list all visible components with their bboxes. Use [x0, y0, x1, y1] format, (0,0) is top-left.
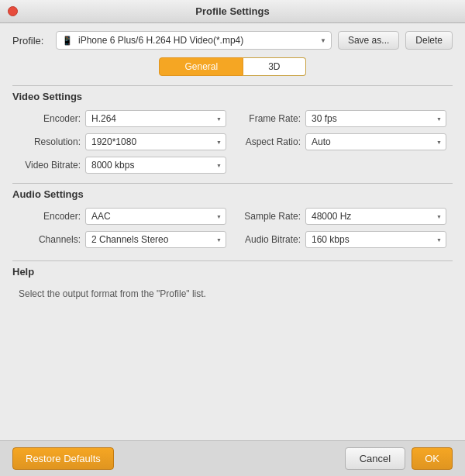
audiobitrate-select[interactable]: 160 kbps 128 kbps 320 kbps	[305, 231, 446, 248]
help-divider	[12, 260, 453, 261]
profile-label: Profile:	[12, 35, 50, 47]
framerate-label: Frame Rate:	[239, 113, 301, 124]
close-button[interactable]	[8, 6, 18, 16]
encoder-select[interactable]: H.264 H.265 MPEG-4	[85, 110, 226, 127]
samplerate-label: Sample Rate:	[239, 211, 301, 222]
footer: Restore Defaults Cancel OK	[0, 440, 465, 476]
audiobitrate-label: Audio Bitrate:	[239, 234, 301, 245]
channels-select[interactable]: 2 Channels Stereo 1 Channel Mono	[85, 231, 226, 248]
channels-label: Channels:	[19, 234, 81, 245]
resolution-select-wrap: 1920*1080 1280*720 640*480	[85, 133, 226, 150]
help-text: Select the output format from the "Profi…	[12, 285, 453, 302]
video-settings-title: Video Settings	[12, 91, 453, 102]
tab-3d[interactable]: 3D	[243, 57, 305, 76]
profile-select-wrapper: 📱 iPhone 6 Plus/6 H.264 HD Video(*.mp4) …	[56, 31, 332, 50]
encoder-field-row: Encoder: H.264 H.265 MPEG-4	[19, 110, 226, 127]
delete-button[interactable]: Delete	[405, 31, 453, 50]
samplerate-select-wrap: 48000 Hz 44100 Hz 22050 Hz	[305, 208, 446, 225]
restore-defaults-button[interactable]: Restore Defaults	[12, 447, 114, 470]
profile-select[interactable]: iPhone 6 Plus/6 H.264 HD Video(*.mp4)	[56, 31, 332, 50]
videobitrate-select-wrap: 8000 kbps 4000 kbps 2000 kbps	[85, 157, 226, 174]
resolution-label: Resolution:	[19, 136, 81, 147]
help-title: Help	[12, 266, 453, 278]
videobitrate-field-row: Video Bitrate: 8000 kbps 4000 kbps 2000 …	[19, 157, 226, 174]
framerate-select[interactable]: 30 fps 24 fps 25 fps 60 fps	[305, 110, 446, 127]
encoder-select-wrap: H.264 H.265 MPEG-4	[85, 110, 226, 127]
save-as-button[interactable]: Save as...	[338, 31, 399, 50]
audio-encoder-select-wrap: AAC MP3 AC3	[85, 208, 226, 225]
footer-right: Cancel OK	[345, 447, 453, 470]
videobitrate-label: Video Bitrate:	[19, 160, 81, 171]
framerate-field-row: Frame Rate: 30 fps 24 fps 25 fps 60 fps	[239, 110, 446, 127]
audiobitrate-select-wrap: 160 kbps 128 kbps 320 kbps	[305, 231, 446, 248]
ok-button[interactable]: OK	[412, 447, 453, 470]
audiobitrate-field-row: Audio Bitrate: 160 kbps 128 kbps 320 kbp…	[239, 231, 446, 248]
audio-settings-title: Audio Settings	[12, 188, 453, 200]
videobitrate-select[interactable]: 8000 kbps 4000 kbps 2000 kbps	[85, 157, 226, 174]
video-settings-grid: Encoder: H.264 H.265 MPEG-4 Frame Rate: …	[12, 110, 453, 174]
resolution-field-row: Resolution: 1920*1080 1280*720 640*480	[19, 133, 226, 150]
tabs-row: General 3D	[12, 57, 453, 76]
encoder-label: Encoder:	[19, 113, 81, 124]
samplerate-field-row: Sample Rate: 48000 Hz 44100 Hz 22050 Hz	[239, 208, 446, 225]
tab-general[interactable]: General	[159, 57, 243, 76]
aspectratio-field-row: Aspect Ratio: Auto 16:9 4:3	[239, 133, 446, 150]
window-title: Profile Settings	[195, 5, 269, 17]
channels-select-wrap: 2 Channels Stereo 1 Channel Mono	[85, 231, 226, 248]
aspectratio-select-wrap: Auto 16:9 4:3	[305, 133, 446, 150]
video-divider	[12, 85, 453, 86]
samplerate-select[interactable]: 48000 Hz 44100 Hz 22050 Hz	[305, 208, 446, 225]
phone-icon: 📱	[62, 36, 73, 46]
channels-field-row: Channels: 2 Channels Stereo 1 Channel Mo…	[19, 231, 226, 248]
audio-encoder-field-row: Encoder: AAC MP3 AC3	[19, 208, 226, 225]
audio-divider	[12, 183, 453, 184]
resolution-select[interactable]: 1920*1080 1280*720 640*480	[85, 133, 226, 150]
title-bar: Profile Settings	[0, 0, 465, 23]
aspectratio-label: Aspect Ratio:	[239, 136, 301, 147]
profile-row: Profile: 📱 iPhone 6 Plus/6 H.264 HD Vide…	[12, 31, 453, 50]
aspectratio-select[interactable]: Auto 16:9 4:3	[305, 133, 446, 150]
audio-encoder-select[interactable]: AAC MP3 AC3	[85, 208, 226, 225]
main-content: Profile: 📱 iPhone 6 Plus/6 H.264 HD Vide…	[0, 23, 465, 440]
help-section: Help Select the output format from the "…	[12, 260, 453, 302]
audio-encoder-label: Encoder:	[19, 211, 81, 222]
video-grid-empty	[239, 157, 446, 174]
video-settings-section: Video Settings Encoder: H.264 H.265 MPEG…	[12, 85, 453, 174]
audio-settings-section: Audio Settings Encoder: AAC MP3 AC3 Samp…	[12, 183, 453, 248]
framerate-select-wrap: 30 fps 24 fps 25 fps 60 fps	[305, 110, 446, 127]
cancel-button[interactable]: Cancel	[345, 447, 405, 470]
audio-settings-grid: Encoder: AAC MP3 AC3 Sample Rate: 48000 …	[12, 208, 453, 248]
